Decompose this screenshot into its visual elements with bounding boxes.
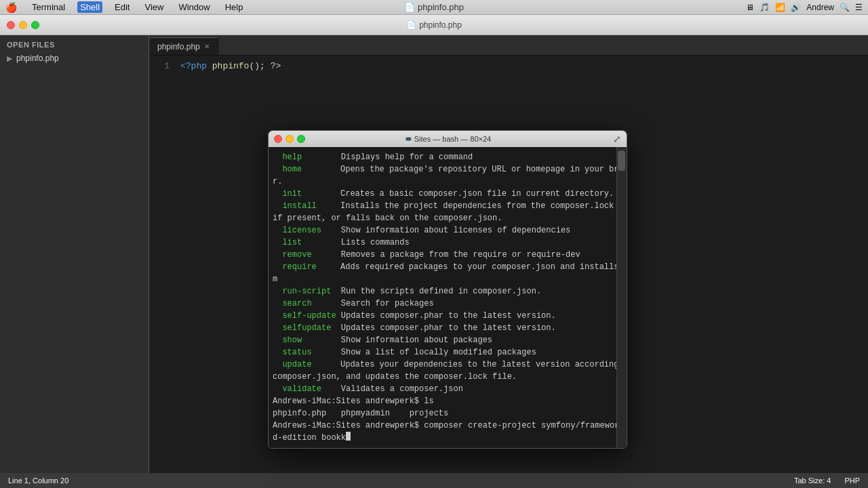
- term-line-install: install Installs the project dependencie…: [273, 200, 610, 212]
- cmd-remove: remove: [273, 249, 341, 261]
- close-button[interactable]: [7, 21, 15, 29]
- file-icon-small: 📄: [404, 2, 415, 12]
- sidebar-filename: phpinfo.php: [16, 54, 59, 63]
- term-line-install2: if present, or falls back on the compose…: [273, 212, 610, 224]
- term-line-init: init Creates a basic composer.json file …: [273, 188, 610, 200]
- menu-help[interactable]: Help: [222, 1, 246, 13]
- term-line-status: status Show a list of locally modified p…: [273, 346, 610, 359]
- terminal-content[interactable]: help Displays help for a command home Op…: [269, 147, 616, 448]
- term-line-remove: remove Removes a package from the requir…: [273, 249, 610, 261]
- terminal-traffic-lights: [274, 135, 305, 143]
- tab-close-button[interactable]: ✕: [204, 43, 210, 50]
- terminal-scroll-thumb[interactable]: [618, 150, 625, 171]
- menu-shell[interactable]: Shell: [77, 1, 102, 13]
- term-line-show: show Show information about packages: [273, 334, 610, 346]
- terminal-cursor: [346, 432, 351, 441]
- app-window: 📄 phpinfo.php OPEN FILES ▶ phpinfo.php p…: [0, 15, 868, 488]
- traffic-lights: [7, 21, 39, 29]
- file-icon: 📄: [406, 20, 416, 30]
- minimize-button[interactable]: [19, 21, 27, 29]
- menu-view[interactable]: View: [142, 1, 166, 13]
- cmd-require: require: [273, 261, 340, 273]
- term-line-selfupdate: self-update Updates composer.phar to the…: [273, 310, 610, 322]
- tab-bar: phpinfo.php ✕: [149, 35, 868, 56]
- term-line-update2: composer.json, and updates the composer.…: [273, 371, 610, 383]
- terminal-icon: 💻: [404, 136, 412, 143]
- line-numbers: 1: [149, 61, 176, 468]
- terminal-titlebar: 💻 Sites — bash — 80×24 ⤢: [269, 131, 627, 147]
- maximize-button[interactable]: [31, 21, 39, 29]
- term-line-m: m: [273, 273, 610, 285]
- cmd-selfupdate: selfupdate: [273, 322, 341, 334]
- cmd-install: install: [273, 200, 340, 212]
- term-prompt-input[interactable]: d-edition bookk: [273, 432, 610, 444]
- terminal-title-text: Sites — bash — 80×24: [414, 135, 491, 143]
- menu-left: 🍎 Terminal Shell Edit View Window Help: [5, 1, 245, 13]
- terminal-maximize-button[interactable]: [297, 135, 305, 143]
- cmd-home: home: [273, 163, 340, 176]
- tab-phpinfo[interactable]: phpinfo.php ✕: [149, 37, 218, 55]
- status-position: Line 1, Column 20: [8, 476, 68, 485]
- terminal-close-button[interactable]: [274, 135, 282, 143]
- status-right: Tab Size: 4 PHP: [794, 476, 860, 485]
- term-line-help: help Displays help for a command: [273, 151, 610, 163]
- terminal-title: 💻 Sites — bash — 80×24: [404, 135, 491, 143]
- term-line-list: list Lists commands: [273, 237, 610, 249]
- term-line-selfupdate2: selfupdate Updates composer.phar to the …: [273, 322, 610, 334]
- php-open-tag: <?php: [180, 61, 212, 71]
- php-function: phpinfo: [212, 61, 250, 71]
- term-line-validate: validate Validates a composer.json: [273, 383, 610, 395]
- cmd-status: status: [273, 346, 341, 359]
- menubar-title: 📄 phpinfo.php: [404, 2, 464, 12]
- cmd-list: list: [273, 237, 341, 249]
- line-number-1: 1: [156, 61, 170, 71]
- app-titlebar: 📄 phpinfo.php: [0, 15, 868, 35]
- term-line-runscript: run-script Run the scripts defined in co…: [273, 285, 610, 298]
- term-line-search: search Search for packages: [273, 298, 610, 310]
- sidebar-file-icon: ▶: [7, 54, 12, 63]
- cmd-show: show: [273, 334, 341, 346]
- status-bar: Line 1, Column 20 Tab Size: 4 PHP: [0, 473, 868, 488]
- apple-menu[interactable]: 🍎: [5, 2, 17, 13]
- menu-terminal[interactable]: Terminal: [29, 1, 68, 13]
- term-line-licenses: licenses Show information about licenses…: [273, 224, 610, 237]
- cmd-self-update: self-update: [273, 310, 341, 322]
- menubar-right: 🖥 🎵 📶 🔊 Andrew 🔍 ☰: [746, 3, 863, 12]
- terminal-scrollbar[interactable]: [616, 147, 627, 449]
- terminal-window: 💻 Sites — bash — 80×24 ⤢ help Displays h…: [268, 130, 627, 449]
- term-line-r: r.: [273, 176, 610, 188]
- cmd-help: help: [273, 151, 341, 163]
- term-line-update: update Updates your dependencies to the …: [273, 359, 610, 371]
- sidebar: OPEN FILES ▶ phpinfo.php: [0, 35, 149, 473]
- term-line-home: home Opens the package's repository URL …: [273, 163, 610, 176]
- cmd-licenses: licenses: [273, 224, 341, 237]
- php-parens: (); ?>: [249, 61, 281, 71]
- menu-window[interactable]: Window: [176, 1, 212, 13]
- cmd-validate: validate: [273, 383, 341, 395]
- terminal-zoom-button[interactable]: ⤢: [613, 134, 621, 144]
- tab-label: phpinfo.php: [157, 42, 200, 52]
- status-language: PHP: [844, 476, 860, 485]
- menubar: 🍎 Terminal Shell Edit View Window Help 📄…: [0, 0, 868, 15]
- app-title: 📄 phpinfo.php: [406, 20, 462, 30]
- term-prompt-ls: Andrews-iMac:Sites andrewperk$ ls: [273, 395, 610, 407]
- cmd-runscript: run-script: [273, 285, 341, 298]
- cmd-init: init: [273, 188, 340, 200]
- menu-edit[interactable]: Edit: [112, 1, 132, 13]
- status-tab-size: Tab Size: 4: [794, 476, 831, 485]
- sidebar-file-phpinfo[interactable]: ▶ phpinfo.php: [0, 52, 149, 65]
- cmd-search: search: [273, 298, 341, 310]
- term-ls-output: phpinfo.php phpmyadmin projects: [273, 407, 610, 420]
- terminal-minimize-button[interactable]: [285, 135, 294, 143]
- cmd-update: update: [273, 359, 340, 371]
- sidebar-header: OPEN FILES: [0, 35, 149, 52]
- term-line-require: require Adds required packages to your c…: [273, 261, 610, 273]
- term-prompt-composer: Andrews-iMac:Sites andrewperk$ composer …: [273, 420, 610, 432]
